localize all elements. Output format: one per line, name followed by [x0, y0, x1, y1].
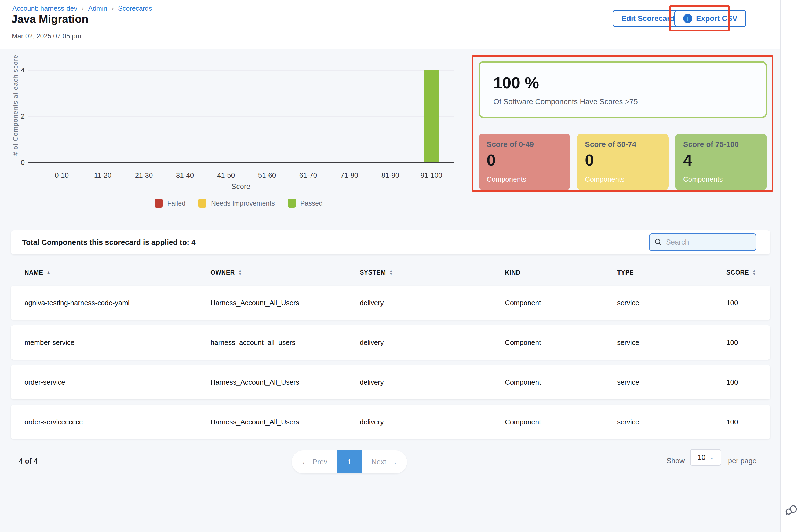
table-row[interactable]: member-service harness_account_all_users… [11, 325, 770, 360]
x-label-31-40: 31-40 [165, 171, 205, 179]
legend-label: Failed [167, 200, 186, 207]
x-label-51-60: 51-60 [247, 171, 287, 179]
cell-kind: Component [505, 299, 617, 307]
x-label-41-50: 41-50 [206, 171, 246, 179]
table-row[interactable]: agniva-testing-harness-code-yaml Harness… [11, 286, 770, 320]
chart-legend: Failed Needs Improvements Passed [155, 198, 323, 208]
cell-system: delivery [360, 299, 505, 307]
table-row[interactable]: order-service Harness_Account_All_Users … [11, 365, 770, 399]
percent-value: 100 % [493, 74, 766, 92]
needs-improvements-swatch-icon [198, 198, 206, 208]
cell-owner: Harness_Account_All_Users [210, 418, 360, 426]
table-header-row: NAME ▲ OWNER ▲▼ SYSTEM ▲▼ KIND TYPE SCOR… [11, 266, 770, 279]
page-title: Java Migration [11, 13, 88, 25]
page-number-1[interactable]: 1 [337, 450, 362, 474]
page-header: Account: harness-dev › Admin › Scorecard… [0, 0, 780, 49]
right-arrow-icon: → [390, 458, 397, 466]
cell-score: 100 [726, 418, 770, 426]
percent-summary-card: 100 % Of Software Components Have Scores… [479, 61, 767, 118]
column-label: SYSTEM [360, 269, 386, 276]
column-header-kind[interactable]: KIND [505, 269, 617, 276]
page-size-value: 10 [698, 453, 706, 462]
legend-item-failed[interactable]: Failed [155, 198, 186, 208]
download-icon: ↓ [683, 14, 692, 23]
table-row[interactable]: order-serviceccccc Harness_Account_All_U… [11, 405, 770, 439]
y-tick-4: 4 [11, 66, 25, 74]
breadcrumb-admin-link[interactable]: Admin [88, 4, 107, 12]
per-page-label: per page [728, 457, 757, 465]
cell-score: 100 [726, 378, 770, 386]
cell-owner: Harness_Account_All_Users [210, 299, 360, 307]
score-card-title: Score of 50-74 [585, 140, 661, 149]
left-arrow-icon: ← [302, 458, 309, 466]
column-header-type[interactable]: TYPE [617, 269, 726, 276]
legend-label: Passed [300, 200, 323, 207]
score-card-title: Score of 0-49 [487, 140, 562, 149]
table-toolbar: Total Components this scorecard is appli… [11, 230, 770, 254]
export-csv-button[interactable]: ↓ Export CSV [674, 10, 746, 27]
next-page-button[interactable]: Next → [362, 450, 407, 474]
score-card-50-74: Score of 50-74 0 Components [577, 134, 669, 190]
passed-swatch-icon [288, 198, 296, 208]
chart-plot-area [28, 70, 454, 163]
x-label-21-30: 21-30 [123, 171, 164, 179]
show-label: Show [667, 457, 685, 465]
breadcrumb-account-link[interactable]: Account: harness-dev [12, 4, 77, 12]
column-label: TYPE [617, 269, 634, 276]
breadcrumb-separator: › [111, 4, 114, 13]
cell-kind: Component [505, 378, 617, 386]
breadcrumb-scorecards-link[interactable]: Scorecards [118, 4, 152, 12]
score-card-caption: Components [585, 175, 661, 184]
cell-kind: Component [505, 339, 617, 347]
x-label-11-20: 11-20 [82, 171, 123, 179]
search-input[interactable] [665, 238, 744, 247]
score-range-cards: Score of 0-49 0 Components Score of 50-7… [479, 134, 767, 190]
score-card-value: 0 [585, 151, 661, 169]
column-header-owner[interactable]: OWNER ▲▼ [210, 269, 360, 276]
bar-91-100[interactable] [424, 70, 439, 163]
cell-kind: Component [505, 418, 617, 426]
score-card-title: Score of 75-100 [683, 140, 759, 149]
sort-icon: ▲▼ [238, 269, 242, 276]
cell-system: delivery [360, 378, 505, 386]
legend-label: Needs Improvements [211, 200, 275, 207]
chart-x-axis-title: Score [28, 183, 454, 191]
x-label-91-100: 91-100 [411, 171, 452, 179]
column-header-score[interactable]: SCORE ▲▼ [726, 269, 770, 276]
y-tick-2: 2 [11, 112, 25, 120]
cell-name: order-serviceccccc [24, 418, 210, 426]
legend-item-passed[interactable]: Passed [288, 198, 323, 208]
prev-page-button[interactable]: ← Prev [292, 450, 337, 474]
cell-name: order-service [24, 378, 210, 386]
cell-name: member-service [24, 339, 210, 347]
export-csv-label: Export CSV [696, 14, 737, 23]
score-card-value: 0 [487, 151, 562, 169]
column-header-name[interactable]: NAME ▲ [24, 269, 210, 276]
x-label-81-90: 81-90 [370, 171, 411, 179]
breadcrumb: Account: harness-dev › Admin › Scorecard… [12, 4, 152, 13]
cell-score: 100 [726, 299, 770, 307]
search-icon [654, 238, 662, 246]
edit-scorecard-button[interactable]: Edit Scorecard [613, 10, 683, 27]
column-label: OWNER [210, 269, 235, 276]
search-box[interactable] [649, 233, 757, 251]
support-chat-icon[interactable] [785, 503, 797, 515]
column-label: KIND [505, 269, 520, 276]
column-header-system[interactable]: SYSTEM ▲▼ [360, 269, 505, 276]
page-date: Mar 02, 2025 07:05 pm [12, 32, 81, 40]
cell-score: 100 [726, 339, 770, 347]
score-card-caption: Components [487, 175, 562, 184]
sort-ascending-icon: ▲ [46, 270, 51, 274]
percent-caption: Of Software Components Have Scores >75 [493, 97, 766, 106]
score-card-caption: Components [683, 175, 759, 184]
page-size-select[interactable]: 10 ⌄ [690, 449, 721, 466]
cell-type: service [617, 299, 726, 307]
legend-item-needs-improvements[interactable]: Needs Improvements [198, 198, 275, 208]
scorecard-page: Account: harness-dev › Admin › Scorecard… [0, 0, 801, 532]
next-label: Next [371, 458, 386, 466]
pagination: ← Prev 1 Next → [292, 450, 407, 474]
cell-name: agniva-testing-harness-code-yaml [24, 299, 210, 307]
sort-icon: ▲▼ [389, 269, 393, 276]
cell-type: service [617, 418, 726, 426]
edit-scorecard-label: Edit Scorecard [622, 14, 674, 23]
